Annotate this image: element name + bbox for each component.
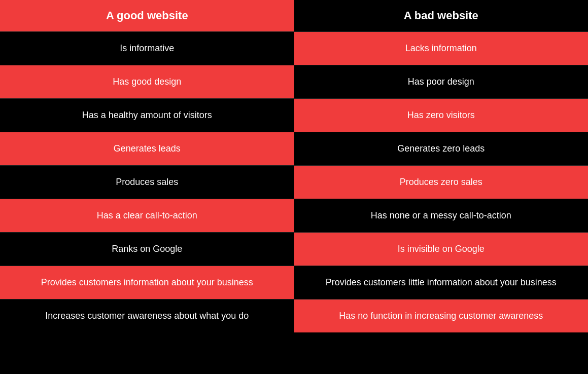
data-row: Ranks on GoogleIs invisible on Google [0,232,588,266]
header-good: A good website [0,0,294,31]
bad-cell-5: Has none or a messy call-to-action [294,199,589,232]
good-cell-2: Has a healthy amount of visitors [0,99,294,132]
data-row: Produces salesProduces zero sales [0,165,588,199]
rows-container: Is informativeLacks informationHas good … [0,31,588,332]
data-row: Is informativeLacks information [0,31,588,65]
bad-cell-8: Has no function in increasing customer a… [294,300,589,332]
good-cell-1: Has good design [0,65,294,98]
data-row: Has good designHas poor design [0,65,588,98]
bad-cell-2: Has zero visitors [294,99,589,132]
good-cell-6: Ranks on Google [0,233,294,266]
bad-cell-3: Generates zero leads [294,132,589,165]
good-cell-5: Has a clear call-to-action [0,199,294,232]
bad-cell-1: Has poor design [294,65,589,98]
good-cell-7: Provides customers information about you… [0,266,294,299]
bad-cell-4: Produces zero sales [294,166,589,199]
data-row: Provides customers information about you… [0,266,588,299]
data-row: Generates leadsGenerates zero leads [0,132,588,165]
header-bad: A bad website [294,0,589,31]
good-cell-0: Is informative [0,32,294,65]
good-cell-3: Generates leads [0,132,294,165]
bad-cell-6: Is invisible on Google [294,233,589,266]
bad-cell-7: Provides customers little information ab… [294,266,589,299]
bad-cell-0: Lacks information [294,32,589,65]
data-row: Has a healthy amount of visitorsHas zero… [0,98,588,132]
comparison-table: A good website A bad website Is informat… [0,0,588,332]
header-row: A good website A bad website [0,0,588,31]
good-cell-4: Produces sales [0,166,294,199]
good-cell-8: Increases customer awareness about what … [0,300,294,332]
data-row: Increases customer awareness about what … [0,299,588,332]
data-row: Has a clear call-to-actionHas none or a … [0,199,588,232]
